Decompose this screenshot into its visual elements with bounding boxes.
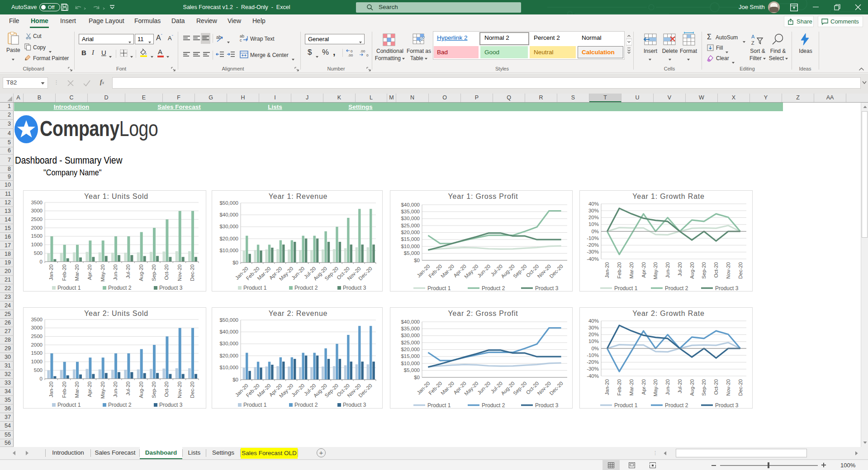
svg-text:$20,000: $20,000	[219, 236, 238, 241]
svg-text:Product 1: Product 1	[427, 285, 451, 291]
svg-text:Mar-20: Mar-20	[629, 379, 634, 395]
svg-text:$10,000: $10,000	[219, 365, 238, 370]
svg-text:Product 2: Product 2	[482, 402, 505, 409]
svg-text:Sep-20: Sep-20	[701, 379, 707, 396]
svg-text:$5,000: $5,000	[404, 250, 420, 256]
svg-text:A: A	[751, 34, 755, 39]
svg-text:Product 3: Product 3	[343, 285, 366, 291]
svg-text:Sep-20: Sep-20	[151, 264, 157, 281]
svg-text:Jan-20: Jan-20	[604, 379, 610, 395]
svg-text:0: 0	[40, 376, 43, 381]
svg-text:$30,000: $30,000	[401, 333, 420, 338]
svg-text:$35,000: $35,000	[401, 326, 420, 331]
svg-text:Sep-20: Sep-20	[701, 262, 707, 279]
svg-text:40%: 40%	[588, 201, 599, 207]
svg-text:0%: 0%	[591, 229, 599, 234]
svg-text:Jun-20: Jun-20	[476, 381, 491, 395]
svg-text:Aug-20: Aug-20	[689, 379, 695, 396]
svg-text:Dec-20: Dec-20	[190, 264, 195, 281]
svg-text:-20%: -20%	[587, 242, 599, 248]
svg-text:Year 2: Revenue: Year 2: Revenue	[269, 310, 328, 317]
svg-text:Product 3: Product 3	[715, 285, 739, 291]
svg-text:Aug-20: Aug-20	[689, 262, 695, 279]
svg-text:-30%: -30%	[587, 249, 599, 254]
svg-text:20%: 20%	[588, 332, 599, 337]
svg-text:Product 2: Product 2	[108, 402, 132, 408]
svg-text:30%: 30%	[588, 208, 599, 213]
svg-text:Year 1: Gross Profit: Year 1: Gross Profit	[448, 193, 518, 200]
svg-text:10%: 10%	[588, 338, 599, 344]
svg-text:$15,000: $15,000	[401, 236, 420, 242]
svg-text:Product 2: Product 2	[294, 285, 318, 291]
svg-text:$0: $0	[232, 377, 238, 382]
svg-text:$20,000: $20,000	[219, 353, 238, 358]
svg-text:$20,000: $20,000	[401, 347, 420, 352]
svg-text:Product 1: Product 1	[614, 285, 638, 291]
svg-text:Mar-20: Mar-20	[440, 381, 455, 396]
svg-text:.00: .00	[360, 49, 365, 53]
svg-text:Oct-20: Oct-20	[713, 262, 719, 278]
svg-text:Feb-20: Feb-20	[62, 264, 67, 281]
svg-text:$30,000: $30,000	[219, 341, 238, 346]
svg-text:500: 500	[34, 250, 43, 256]
svg-text:500: 500	[34, 367, 43, 373]
svg-text:$25,000: $25,000	[401, 340, 420, 345]
svg-text:Product 3: Product 3	[159, 285, 183, 291]
svg-text:Dec-20: Dec-20	[548, 263, 564, 279]
svg-text:$0: $0	[414, 258, 420, 263]
svg-text:-30%: -30%	[587, 366, 599, 371]
svg-text:Jul-20: Jul-20	[125, 264, 131, 278]
svg-text:Product 1: Product 1	[614, 402, 638, 409]
svg-text:Sep-20: Sep-20	[151, 381, 157, 398]
svg-text:Jul-20: Jul-20	[677, 379, 683, 393]
svg-text:Jul-20: Jul-20	[677, 262, 683, 276]
svg-text:Jun-20: Jun-20	[113, 381, 118, 397]
svg-text:Year 1: Units Sold: Year 1: Units Sold	[84, 193, 148, 200]
svg-text:$35,000: $35,000	[401, 209, 420, 214]
svg-text:Dec-20: Dec-20	[548, 381, 564, 396]
svg-text:Dec-20: Dec-20	[738, 379, 743, 396]
svg-text:-40%: -40%	[587, 373, 599, 379]
svg-text:May-20: May-20	[653, 262, 658, 279]
svg-text:Jan-20: Jan-20	[604, 262, 610, 278]
svg-text:Product 1: Product 1	[57, 285, 81, 291]
svg-text:$40,000: $40,000	[401, 202, 420, 207]
svg-text:Jun-20: Jun-20	[665, 379, 670, 395]
svg-text:3500: 3500	[31, 317, 43, 322]
svg-text:0: 0	[366, 53, 369, 57]
svg-text:Apr-20: Apr-20	[641, 379, 646, 395]
svg-text:Aug-20: Aug-20	[138, 381, 144, 398]
svg-text:$50,000: $50,000	[219, 317, 238, 323]
svg-text:Oct-20: Oct-20	[713, 379, 719, 395]
svg-text:Sep-20: Sep-20	[512, 263, 528, 279]
svg-text:30%: 30%	[588, 325, 599, 330]
svg-text:Jun-20: Jun-20	[290, 383, 305, 398]
svg-text:Year 2: Gross Profit: Year 2: Gross Profit	[448, 310, 518, 317]
svg-text:$5,000: $5,000	[404, 367, 420, 373]
svg-text:Mar-20: Mar-20	[629, 262, 634, 278]
svg-text:Year 1: Growth Rate: Year 1: Growth Rate	[632, 193, 705, 200]
svg-text:1000: 1000	[31, 359, 43, 364]
svg-text:Jun-20: Jun-20	[290, 266, 305, 281]
svg-text:1500: 1500	[31, 233, 43, 239]
svg-text:-10%: -10%	[587, 352, 599, 358]
svg-text:40%: 40%	[588, 318, 599, 324]
svg-text:2000: 2000	[31, 342, 43, 348]
svg-text:Mar-20: Mar-20	[74, 381, 80, 398]
svg-text:Jan-20: Jan-20	[48, 381, 54, 397]
svg-text:1500: 1500	[31, 350, 43, 356]
svg-text:$40,000: $40,000	[219, 212, 238, 217]
svg-text:$20,000: $20,000	[401, 230, 420, 235]
svg-text:Feb-20: Feb-20	[617, 262, 622, 278]
svg-text:Jun-20: Jun-20	[665, 262, 670, 278]
svg-text:Product 1: Product 1	[243, 285, 267, 291]
svg-text:10%: 10%	[588, 221, 599, 227]
svg-text:$40,000: $40,000	[401, 319, 420, 324]
svg-text:May-20: May-20	[100, 381, 105, 399]
svg-text:Product 3: Product 3	[535, 285, 559, 291]
svg-text:-40%: -40%	[587, 256, 599, 262]
svg-text:Aug-20: Aug-20	[138, 264, 144, 281]
svg-text:Product 2: Product 2	[482, 285, 505, 291]
svg-text:2500: 2500	[31, 216, 43, 222]
svg-text:Product 3: Product 3	[159, 402, 183, 408]
